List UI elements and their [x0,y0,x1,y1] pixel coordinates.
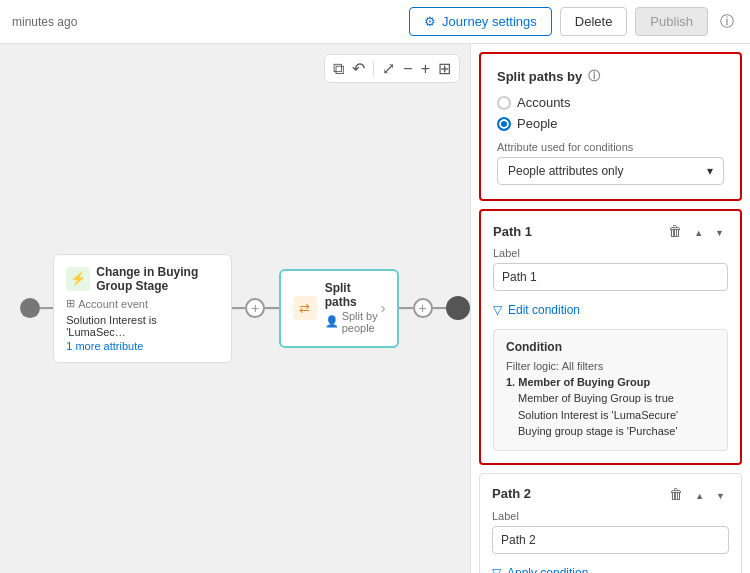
node-icon-lightning: ⚡ [66,267,90,291]
path1-chevron-down-button[interactable] [711,221,728,241]
connector-line [40,308,53,310]
split-title: Split paths [325,281,381,310]
condition-box: Condition Filter logic: All filters 1. M… [493,329,728,451]
section-title: Split paths by [497,69,582,84]
path2-label-input[interactable] [492,526,729,554]
flow-area: ⚡ Change in Buying Group Stage ⊞ Account… [20,254,470,364]
split-subtitle: 👤 Split by people [325,310,381,334]
info-button[interactable]: ⓘ [716,9,738,35]
apply-condition-button[interactable]: ▽ Apply condition [492,562,588,574]
path2-chevron-up-button[interactable] [691,484,708,504]
node-more: 1 more attribute [66,340,219,352]
split-by-radio-group: Accounts People [497,95,724,131]
accounts-radio[interactable]: Accounts [497,95,724,110]
path1-delete-button[interactable]: 🗑 [664,221,686,241]
add-node-button-2[interactable]: + [413,299,433,319]
edit-condition-button[interactable]: ▽ Edit condition [493,299,580,321]
path2-body: Label ▽ Apply condition [480,510,741,574]
condition-sub-line-3: Buying group stage is 'Purchase' [518,423,715,440]
section-header: Split paths by ⓘ [497,68,724,85]
chevron-down-icon-2 [716,486,725,502]
buying-group-node[interactable]: ⚡ Change in Buying Group Stage ⊞ Account… [53,254,232,364]
attr-value: People attributes only [508,164,623,178]
chevron-up-icon [694,223,703,239]
filter-icon: ▽ [493,303,502,317]
zoom-in-icon[interactable]: + [421,60,430,78]
accounts-label: Accounts [517,95,570,110]
canvas: ⧉ ↶ ⤢ − + ⊞ ⚡ Change in Buying Group Sta… [0,44,470,573]
flow-end [446,297,470,321]
people-label: People [517,116,557,131]
node-detail: Solution Interest is 'LumaSec… [66,314,219,338]
split-by-info-icon[interactable]: ⓘ [588,68,600,85]
canvas-toolbar: ⧉ ↶ ⤢ − + ⊞ [324,54,460,83]
path1-body: Label ▽ Edit condition Condition Filter … [481,247,740,463]
split-icon: ⇄ [293,297,317,321]
chevron-down-icon [715,223,724,239]
publish-button[interactable]: Publish [635,7,708,36]
connector-line-3 [265,308,278,310]
top-bar: minutes ago ⚙ Journey settings Delete Pu… [0,0,750,44]
path1-label-input[interactable] [493,263,728,291]
journey-settings-button[interactable]: ⚙ Journey settings [409,7,552,36]
account-event-icon: ⊞ [66,297,75,310]
path2-label-text: Label [492,510,729,522]
apply-condition-label: Apply condition [507,566,588,574]
condition-item-1: 1. Member of Buying Group [506,376,715,388]
connector-line-2 [232,308,245,310]
condition-filter-logic: Filter logic: All filters [506,360,715,372]
attr-label: Attribute used for conditions [497,141,724,153]
path2-section: Path 2 🗑 Label ▽ Apply condition [479,473,742,574]
path2-actions: 🗑 [665,484,729,504]
path2-header: Path 2 🗑 [480,474,741,510]
connector-line-5 [433,308,446,310]
copy-icon[interactable]: ⧉ [333,60,344,78]
filter-icon-2: ▽ [492,566,501,574]
flow-start [20,299,40,319]
condition-sub-lines: Member of Buying Group is true Solution … [506,390,715,440]
path1-title: Path 1 [493,224,532,239]
people-icon: 👤 [325,315,339,328]
split-arrow-icon: › [381,301,386,317]
connector-line-4 [399,308,412,310]
fullscreen-icon[interactable]: ⤢ [382,59,395,78]
attr-select[interactable]: People attributes only ▾ [497,157,724,185]
settings-icon: ⚙ [424,14,436,29]
path1-label-text: Label [493,247,728,259]
timestamp: minutes ago [12,15,77,29]
condition-sub-line-2: Solution Interest is 'LumaSecure' [518,407,715,424]
split-paths-by-section: Split paths by ⓘ Accounts People Attribu… [479,52,742,201]
split-node-content: ⇄ Split paths 👤 Split by people [293,281,381,336]
split-paths-node[interactable]: ⇄ Split paths 👤 Split by people › [279,269,400,348]
path1-header: Path 1 🗑 [481,211,740,247]
path1-actions: 🗑 [664,221,728,241]
path1-section: Path 1 🗑 Label ▽ Edit condition Conditio… [479,209,742,465]
condition-title: Condition [506,340,715,354]
zoom-out-icon[interactable]: − [403,60,412,78]
node-subtitle: ⊞ Account event [66,297,219,310]
path2-title: Path 2 [492,486,531,501]
path2-delete-button[interactable]: 🗑 [665,484,687,504]
undo-icon[interactable]: ↶ [352,59,365,78]
chevron-down-icon: ▾ [707,164,713,178]
chevron-up-icon-2 [695,486,704,502]
node-title: Change in Buying Group Stage [96,265,219,294]
accounts-radio-dot [497,96,511,110]
path1-chevron-up-button[interactable] [690,221,707,241]
edit-condition-label: Edit condition [508,303,580,317]
condition-sub-line-1: Member of Buying Group is true [518,390,715,407]
add-node-button-1[interactable]: + [245,299,265,319]
right-panel: Split paths by ⓘ Accounts People Attribu… [470,44,750,573]
people-radio-dot [497,117,511,131]
grid-icon[interactable]: ⊞ [438,59,451,78]
people-radio[interactable]: People [497,116,724,131]
path2-chevron-down-button[interactable] [712,484,729,504]
delete-button[interactable]: Delete [560,7,628,36]
